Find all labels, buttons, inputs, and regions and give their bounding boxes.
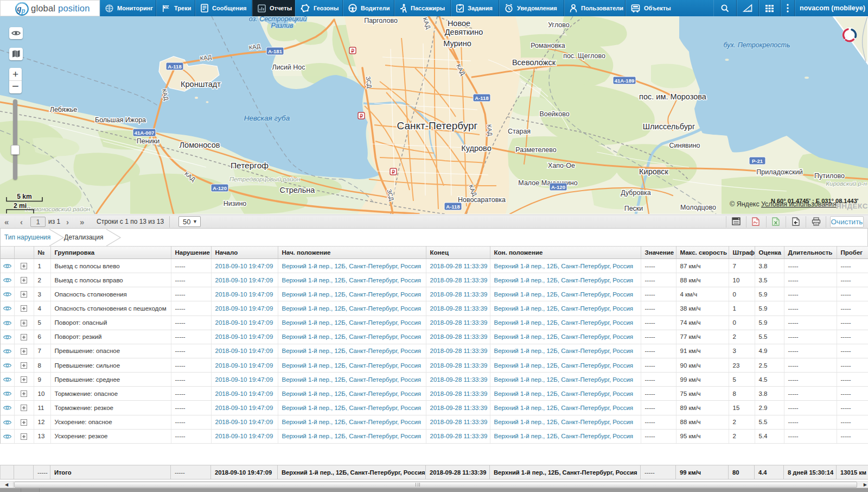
svg-text:ЗСД: ЗСД [386, 188, 395, 202]
svg-text:КАД: КАД [455, 63, 467, 77]
svg-text:Петредворцовый район: Петредворцовый район [229, 176, 301, 182]
svg-text:Новосаратовка: Новосаратовка [458, 196, 506, 204]
svg-text:Девяткино: Девяткино [445, 28, 483, 36]
svg-text:Шлиссельбург: Шлиссельбург [643, 122, 695, 131]
svg-text:Разлив: Разлив [271, 22, 293, 29]
svg-text:Санкт-Петербург: Санкт-Петербург [397, 120, 477, 131]
svg-text:Невская губа: Невская губа [244, 114, 290, 122]
svg-text:Кудрово: Кудрово [461, 144, 491, 153]
svg-text:бух. Петрокрепость: бух. Петрокрепость [723, 41, 790, 49]
svg-text:Пеники: Пеники [137, 137, 159, 145]
svg-text:Воейково: Воейково [539, 110, 569, 118]
svg-text:p: p [21, 7, 25, 15]
svg-text:41А-007: 41А-007 [135, 130, 154, 136]
svg-text:Р-21: Р-21 [752, 158, 763, 164]
svg-text:Всеволожск: Всеволожск [512, 58, 556, 67]
svg-text:А-118: А-118 [446, 204, 459, 210]
svg-text:Мурино: Мурино [443, 39, 471, 48]
svg-text:Дубровка: Дубровка [621, 189, 651, 197]
svg-text:пос. Щеглово: пос. Щеглово [563, 52, 605, 60]
svg-text:Приладожский: Приладожский [756, 168, 802, 176]
svg-text:КАД: КАД [468, 184, 478, 197]
svg-text:Стрельна: Стрельна [280, 186, 316, 194]
svg-text:КАД: КАД [486, 124, 494, 136]
svg-text:КАД: КАД [422, 16, 432, 30]
svg-text:А-118: А-118 [168, 64, 181, 70]
svg-text:Хапо-Ое: Хапо-Ое [548, 162, 575, 169]
svg-text:2 mi: 2 mi [14, 202, 27, 210]
svg-text:А-118: А-118 [475, 95, 488, 101]
svg-text:КАД: КАД [248, 42, 261, 51]
svg-text:ЗСД: ЗСД [365, 76, 373, 89]
svg-text:А-181: А-181 [268, 48, 283, 54]
svg-text:Парголово: Парголово [364, 17, 398, 24]
svg-text:Путилово: Путилово [814, 172, 845, 180]
svg-text:Синявино: Синявино [669, 142, 700, 149]
svg-text:41А-189: 41А-189 [615, 78, 634, 84]
svg-text:КАД: КАД [183, 170, 197, 182]
svg-text:Петергоф: Петергоф [231, 161, 269, 170]
svg-text:Разметелево: Разметелево [515, 146, 556, 154]
svg-text:Углово: Углово [548, 21, 570, 29]
svg-text:₽: ₽ [392, 169, 395, 175]
svg-text:Лебяжье: Лебяжье [50, 106, 78, 113]
svg-text:Старая: Старая [508, 128, 531, 135]
svg-text:Большая Ижора: Большая Ижора [95, 116, 146, 124]
svg-text:5 km: 5 km [17, 193, 31, 200]
svg-text:Романовка: Романовка [531, 42, 565, 49]
svg-text:КАД: КАД [200, 54, 213, 62]
svg-text:А-120: А-120 [213, 185, 227, 191]
svg-text:Лисий Нос: Лисий Нос [272, 64, 305, 71]
svg-text:А-120: А-120 [551, 184, 565, 190]
svg-text:₽: ₽ [360, 113, 363, 119]
svg-text:ЯНДЕКС: ЯНДЕКС [836, 202, 868, 210]
svg-text:Кронштадт: Кронштадт [181, 80, 221, 89]
svg-text:Молодцово: Молодцово [680, 204, 716, 211]
svg-text:Ломоносов: Ломоносов [180, 141, 220, 149]
svg-text:Кировский р-н: Кировский р-н [826, 180, 867, 187]
svg-text:Кировск: Кировск [639, 167, 668, 176]
svg-text:g: g [17, 4, 22, 14]
svg-text:Малое Манушкино: Малое Манушкино [518, 179, 577, 187]
svg-text:Пески: Пески [624, 205, 643, 212]
svg-text:КАД: КАД [161, 88, 170, 101]
svg-text:Низино: Низино [224, 200, 247, 207]
svg-text:Новое: Новое [448, 19, 470, 28]
svg-text:© Яндекс: © Яндекс [730, 200, 760, 208]
svg-text:пос. им. Морозова: пос. им. Морозова [639, 92, 707, 101]
svg-text:₽: ₽ [351, 48, 354, 54]
